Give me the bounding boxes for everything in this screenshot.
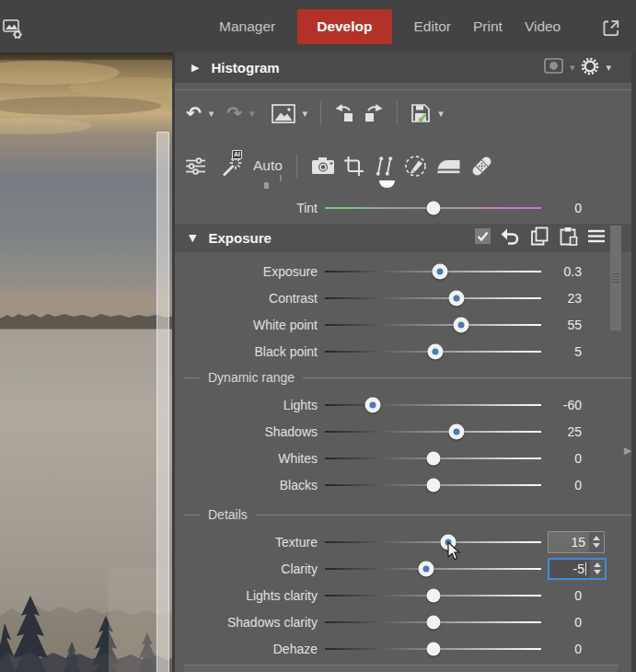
exposure-sliders: Exposure0.3Contrast23White point55Black …: [175, 258, 631, 365]
tab-develop[interactable]: Develop: [297, 9, 391, 44]
section-paste-icon[interactable]: [559, 226, 578, 249]
next-section-header-partial[interactable]: [184, 665, 619, 672]
slider-track[interactable]: [325, 397, 541, 413]
photo-top-shadow: [0, 52, 175, 62]
slider-label: White point: [175, 318, 318, 332]
slider-track[interactable]: [325, 317, 541, 333]
slider-handle[interactable]: [432, 263, 447, 279]
slider-track[interactable]: [325, 423, 541, 440]
stepper-down-icon[interactable]: [594, 570, 601, 574]
filter-brush-icon[interactable]: [402, 155, 430, 178]
tab-print[interactable]: Print: [473, 18, 503, 35]
slider-row-black-point: Black point5: [175, 338, 631, 365]
stepper-up-icon[interactable]: [593, 536, 600, 540]
slider-handle[interactable]: [364, 397, 380, 412]
tab-video[interactable]: Video: [525, 18, 561, 35]
tint-slider-handle[interactable]: [426, 201, 440, 214]
slider-value: 0: [548, 478, 582, 492]
tint-slider-track[interactable]: [325, 200, 541, 216]
slider-handle[interactable]: [426, 642, 440, 655]
slider-handle[interactable]: [454, 317, 469, 332]
slider-handle[interactable]: [449, 290, 465, 306]
value-field[interactable]: 15: [549, 532, 589, 552]
slider-label: Texture: [175, 535, 318, 550]
stepper-down-icon[interactable]: [593, 543, 600, 548]
undo-caret-icon[interactable]: ▾: [207, 108, 216, 120]
save-check-icon: ✓: [417, 110, 429, 126]
slider-row-texture: Texture15: [175, 528, 631, 555]
slider-handle[interactable]: [419, 561, 434, 576]
slider-row-contrast: Contrast23: [175, 284, 631, 311]
save-export-icon[interactable]: ✓: [409, 103, 433, 123]
panel-scrollbar-thumb[interactable]: [610, 226, 621, 330]
slider-handle[interactable]: [426, 451, 440, 465]
undo-icon[interactable]: ↶: [184, 102, 203, 124]
tab-manager[interactable]: Manager: [219, 18, 275, 35]
adjustments-icon[interactable]: [182, 156, 209, 177]
healing-bandage-icon[interactable]: [468, 154, 496, 179]
overlay-caret-icon[interactable]: ▾: [570, 62, 575, 74]
section-menu-icon[interactable]: [588, 229, 605, 247]
gradient-filter-icon[interactable]: [434, 157, 463, 174]
slider-row-lights: Lights-60: [175, 391, 631, 418]
slider-handle[interactable]: [449, 423, 465, 439]
slider-handle[interactable]: [426, 588, 440, 602]
photo-canvas[interactable]: [0, 52, 175, 672]
value-spinbox[interactable]: -5: [548, 558, 607, 580]
slider-row-blacks: Blacks0: [175, 471, 631, 498]
app-photo-gear-icon[interactable]: [3, 17, 25, 44]
photo-image: [0, 52, 175, 672]
stepper-up-icon[interactable]: [594, 562, 601, 567]
compare-caret-icon[interactable]: ▾: [301, 108, 310, 120]
develop-side-panel: ▶ Histogram ▾ ▾ ↶ ▾ ↷ ▾: [175, 52, 636, 672]
slider-track[interactable]: [325, 477, 541, 493]
section-reset-icon[interactable]: [501, 227, 520, 249]
redo-caret-icon[interactable]: ▾: [248, 108, 257, 120]
straighten-lines-icon[interactable]: [371, 156, 398, 177]
slider-track[interactable]: [325, 290, 541, 307]
crop-icon[interactable]: [341, 156, 366, 177]
slider-handle[interactable]: [426, 615, 440, 629]
auto-enhance-wand-icon[interactable]: AI: [219, 154, 247, 178]
slider-track[interactable]: [325, 561, 541, 577]
histogram-collapse-icon[interactable]: ▶: [191, 62, 199, 74]
settings-caret-icon[interactable]: ▾: [606, 62, 611, 74]
slider-handle[interactable]: [427, 343, 443, 359]
exposure-header-icons: [475, 226, 605, 249]
dynamic-range-sliders: Lights-60Shadows25Whites0Blacks0: [175, 391, 631, 498]
slider-value: 0: [548, 642, 582, 656]
value-spinbox[interactable]: 15: [548, 531, 605, 553]
clipped-ui-fragment: [264, 182, 269, 189]
exposure-section-header[interactable]: ▼ Exposure: [175, 224, 631, 252]
slider-track[interactable]: [325, 614, 541, 631]
panel-expand-arrow-icon[interactable]: ▶: [624, 445, 631, 457]
auto-label[interactable]: Auto: [253, 157, 283, 174]
slider-track[interactable]: [325, 641, 541, 657]
slider-track[interactable]: [325, 263, 541, 280]
settings-gear-icon[interactable]: [581, 57, 599, 79]
rotate-left-icon[interactable]: [332, 103, 357, 123]
section-copy-icon[interactable]: [530, 226, 549, 249]
slider-track[interactable]: [325, 450, 541, 467]
camera-wb-icon[interactable]: [309, 156, 337, 175]
save-caret-icon[interactable]: ▾: [436, 108, 445, 120]
value-field[interactable]: -5: [549, 560, 590, 578]
open-new-window-icon[interactable]: [601, 17, 622, 42]
section-enabled-checkbox[interactable]: [475, 228, 491, 248]
photo-scrollbar[interactable]: [156, 132, 169, 672]
histogram-header[interactable]: ▶ Histogram ▾ ▾: [175, 52, 631, 83]
slider-track[interactable]: [325, 587, 541, 604]
slider-track[interactable]: [325, 343, 541, 360]
overlay-mode-icon[interactable]: [544, 58, 563, 77]
slider-label: Lights clarity: [175, 588, 318, 603]
slider-track[interactable]: [325, 534, 541, 550]
redo-icon[interactable]: ↷: [225, 102, 244, 124]
value-steppers[interactable]: [590, 560, 605, 578]
value-steppers[interactable]: [589, 532, 604, 552]
details-divider: Details: [175, 503, 631, 527]
slider-handle[interactable]: [426, 478, 440, 492]
rotate-right-icon[interactable]: [361, 103, 386, 123]
tab-editor[interactable]: Editor: [414, 18, 452, 35]
exposure-collapse-icon[interactable]: ▼: [189, 232, 196, 244]
compare-image-icon[interactable]: [270, 104, 297, 123]
